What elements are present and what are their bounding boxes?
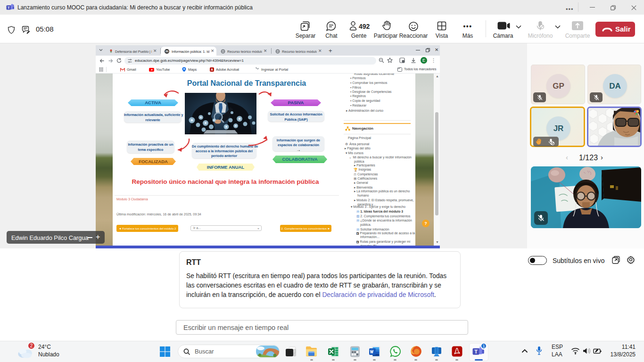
svg-text:T: T bbox=[8, 6, 10, 10]
svg-text:T: T bbox=[474, 349, 478, 354]
